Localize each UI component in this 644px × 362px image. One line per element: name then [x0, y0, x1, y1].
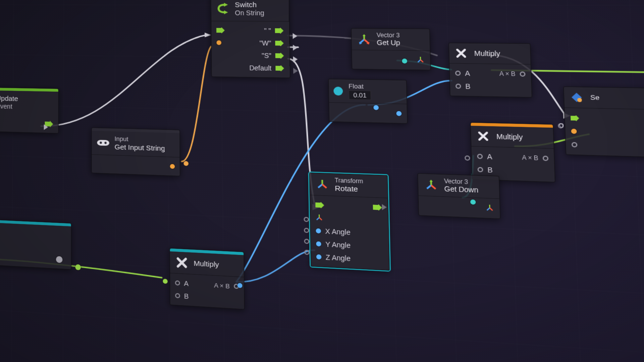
vec3-out-port[interactable]: [402, 59, 407, 64]
node-float[interactable]: Float 0.01: [328, 79, 408, 124]
expr-label: A × B: [522, 154, 538, 162]
node-title: Switch: [235, 0, 264, 9]
multiply-icon: [175, 255, 189, 270]
axes-mini-icon: [485, 203, 494, 214]
svg-line-24: [490, 208, 492, 210]
ext-port[interactable]: [304, 239, 310, 244]
node-subtitle: Vector 3: [377, 32, 400, 39]
float-icon: [333, 86, 343, 96]
pin-b[interactable]: [455, 84, 461, 89]
set-icon: [569, 90, 585, 105]
expr-label: A × B: [499, 70, 515, 78]
node-vector3-get-up[interactable]: Vector 3 Get Up: [351, 28, 431, 70]
pin-a-label: A: [465, 69, 470, 77]
svg-line-23: [487, 207, 490, 210]
pin-a[interactable]: [455, 71, 461, 76]
pin-b[interactable]: [478, 167, 483, 172]
transform-icon: [315, 177, 330, 192]
multiply-icon: [453, 46, 469, 60]
svg-marker-9: [363, 34, 366, 36]
svg-marker-19: [429, 179, 433, 181]
lime-port[interactable]: [75, 264, 81, 270]
svg-line-26: [318, 184, 323, 188]
node-update-event[interactable]: Update Event: [0, 87, 59, 133]
pin-b-label: B: [465, 82, 471, 90]
svg-line-30: [319, 218, 322, 220]
exec-out-port[interactable]: [382, 204, 387, 210]
exec-out-arrow-icon: [373, 204, 383, 211]
svg-line-20: [427, 185, 431, 189]
node-subtitle: Event: [0, 103, 18, 111]
node-title: Multiply: [194, 259, 219, 269]
exec-out-port[interactable]: [44, 124, 48, 130]
exec-out-arrow-icon: [275, 28, 284, 34]
pin-a-label: A: [184, 280, 189, 288]
node-title: Multiply: [496, 132, 523, 142]
pin-x-angle[interactable]: [316, 229, 321, 234]
pin-a[interactable]: [477, 154, 483, 159]
svg-marker-7: [224, 11, 228, 14]
expr-label: A × B: [214, 281, 230, 290]
out-port[interactable]: [56, 256, 63, 263]
exec-port[interactable]: [293, 33, 298, 39]
exec-out-arrow-icon: [275, 53, 284, 59]
node-partial-right[interactable]: Se: [563, 86, 644, 158]
node-subtitle: Transform: [335, 177, 363, 185]
node-transform-rotate[interactable]: Transform Rotate X Angle Y Angle Z Angle: [309, 173, 390, 271]
ext-port[interactable]: [304, 217, 309, 222]
case-label: "S": [262, 52, 271, 59]
gamepad-icon: [97, 136, 110, 150]
pin-result[interactable]: [520, 71, 526, 76]
float-value[interactable]: 0.01: [348, 90, 371, 100]
svg-rect-3: [97, 140, 109, 146]
node-multiply-1[interactable]: Multiply A A × B B: [448, 43, 532, 98]
node-vector3-get-down[interactable]: Vector 3 Get Down: [418, 173, 501, 219]
pin-x-label: X Angle: [325, 227, 351, 236]
float-port[interactable]: [373, 105, 379, 110]
port[interactable]: [572, 142, 578, 147]
ext-port[interactable]: [465, 156, 470, 161]
pin-z-angle[interactable]: [316, 254, 322, 260]
node-graph-canvas[interactable]: Update Event Input Get Input String: [0, 0, 644, 362]
node-switch-on-string[interactable]: Switch On String " " "W" "S" Default: [211, 0, 290, 78]
string-port[interactable]: [183, 161, 189, 166]
node-title: Multiply: [474, 49, 500, 58]
exec-port[interactable]: [293, 45, 298, 51]
pin-b[interactable]: [175, 293, 180, 298]
svg-marker-6: [224, 3, 228, 7]
svg-point-17: [333, 86, 343, 96]
exec-port[interactable]: [293, 68, 298, 74]
port[interactable]: [571, 129, 577, 134]
svg-point-32: [577, 98, 582, 102]
node-multiply-3[interactable]: Multiply A A × B B: [169, 248, 245, 310]
lime-port[interactable]: [163, 279, 168, 284]
svg-line-10: [360, 39, 364, 43]
node-multiply-2[interactable]: Multiply A A × B B: [470, 122, 555, 183]
exec-port[interactable]: [293, 56, 298, 62]
float-port[interactable]: [237, 283, 243, 288]
svg-line-12: [364, 39, 369, 43]
ext-port[interactable]: [304, 250, 310, 255]
ext-port[interactable]: [304, 228, 309, 233]
svg-marker-0: [205, 33, 211, 37]
node-get-input-string[interactable]: Input Get Input String: [91, 127, 180, 176]
node-title: Get Up: [377, 39, 400, 47]
pin-b-label: B: [487, 166, 493, 174]
float-out-port[interactable]: [396, 111, 401, 116]
multiply-icon: [475, 129, 491, 143]
node-subtitle: On String: [235, 9, 264, 17]
pin-y-angle[interactable]: [316, 241, 321, 247]
exec-out-arrow-icon: [275, 40, 284, 46]
pin-result[interactable]: [543, 156, 548, 161]
string-in-port[interactable]: [216, 40, 221, 45]
case-label: Default: [249, 64, 272, 72]
node-title: Get Input String: [115, 142, 165, 153]
string-out-port[interactable]: [170, 164, 175, 169]
node-title: Update: [0, 94, 18, 103]
exec-in-arrow-icon: [571, 115, 580, 121]
node-title: Get Down: [444, 185, 478, 195]
node-partial-left[interactable]: [0, 219, 71, 270]
vec3-out-port[interactable]: [470, 199, 476, 205]
pin-a[interactable]: [175, 280, 180, 285]
pin-o-label: O: [559, 122, 564, 129]
